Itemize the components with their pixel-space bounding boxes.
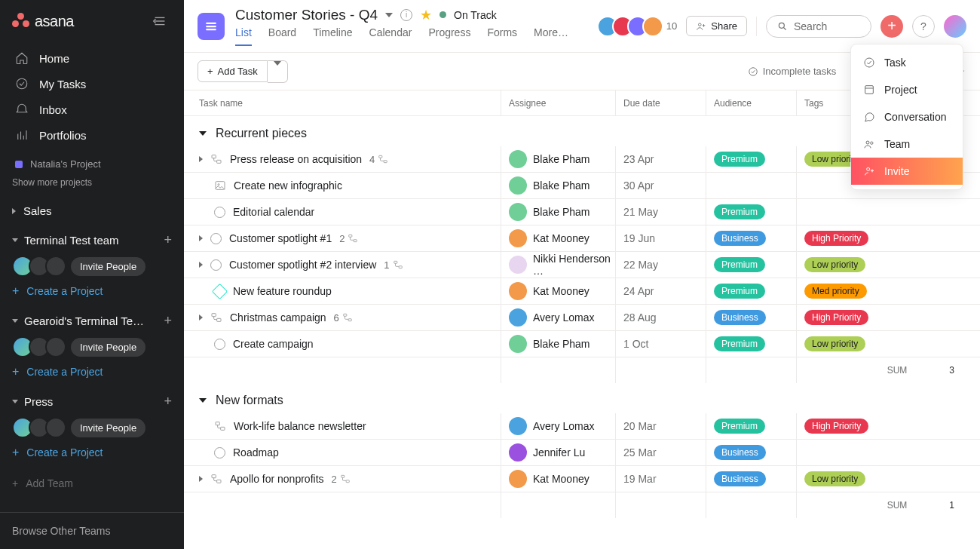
- audience-cell: Premium: [706, 146, 796, 172]
- tab-list[interactable]: List: [235, 26, 252, 46]
- task-name: Editorial calendar: [233, 206, 314, 218]
- collapse-sidebar-button[interactable]: [148, 9, 172, 33]
- nav-my-tasks[interactable]: My Tasks: [6, 71, 178, 97]
- tab-forms[interactable]: Forms: [487, 26, 517, 46]
- expand-icon[interactable]: [199, 235, 203, 241]
- expand-icon[interactable]: [199, 156, 203, 162]
- invite-people-button[interactable]: Invite People: [71, 257, 145, 276]
- task-row[interactable]: New feature roundup Kat Mooney 24 Apr Pr…: [184, 278, 980, 305]
- member-avatars[interactable]: 10: [597, 16, 677, 37]
- tab-board[interactable]: Board: [268, 26, 296, 46]
- svg-rect-34: [216, 422, 219, 425]
- team-add-icon[interactable]: +: [164, 232, 172, 248]
- task-name: Roadmap: [233, 446, 279, 459]
- svg-rect-28: [394, 261, 397, 263]
- team-add-icon[interactable]: +: [164, 313, 172, 329]
- task-row[interactable]: Christmas campaign6 Avery Lomax 28 Aug B…: [184, 305, 980, 331]
- sidebar-project-truncated[interactable]: Natalia's Project: [0, 154, 184, 174]
- assignee-name: Kat Mooney: [533, 473, 590, 485]
- assignee-name: Nikki Henderson …: [533, 253, 615, 277]
- svg-rect-23: [384, 161, 387, 163]
- svg-point-43: [866, 141, 869, 144]
- add-task-dropdown[interactable]: [268, 60, 288, 83]
- incomplete-tasks-filter[interactable]: Incomplete tasks: [748, 66, 837, 77]
- create-project-button[interactable]: +Create a Project: [12, 357, 172, 379]
- audience-cell: Business: [706, 466, 796, 492]
- svg-point-16: [749, 67, 757, 75]
- due-date: 24 Apr: [615, 278, 706, 304]
- nav-portfolios[interactable]: Portfolios: [6, 122, 178, 148]
- task-name: New feature roundup: [233, 285, 332, 297]
- invite-people-button[interactable]: Invite People: [71, 419, 145, 437]
- show-more-projects[interactable]: Show more projects: [0, 174, 184, 197]
- expand-icon[interactable]: [199, 314, 203, 321]
- star-icon[interactable]: ★: [420, 7, 432, 23]
- team-header[interactable]: Press: [12, 395, 53, 408]
- main: Customer Stories - Q4 i ★ On Track ListB…: [184, 0, 980, 549]
- add-menu-task[interactable]: Task: [851, 49, 963, 76]
- assignee-name: Kat Mooney: [533, 232, 590, 244]
- current-user-avatar[interactable]: [944, 15, 966, 38]
- section-toggle[interactable]: [199, 398, 207, 403]
- project-dropdown[interactable]: [385, 13, 393, 17]
- task-row[interactable]: Customer spotlight #2 interview1 Nikki H…: [184, 252, 980, 278]
- audience-cell: Business: [706, 305, 796, 330]
- tags-cell: [796, 199, 962, 225]
- invite-people-button[interactable]: Invite People: [71, 338, 145, 357]
- project-info-icon[interactable]: i: [400, 9, 412, 21]
- search-input[interactable]: Search: [766, 15, 871, 38]
- tab-timeline[interactable]: Timeline: [313, 26, 352, 46]
- task-name: Apollo for nonprofits: [230, 473, 324, 485]
- add-menu-conversation[interactable]: Conversation: [851, 103, 963, 130]
- svg-rect-8: [206, 22, 216, 23]
- task-row[interactable]: Apollo for nonprofits2 Kat Mooney 19 Mar…: [184, 466, 980, 492]
- expand-icon[interactable]: [199, 476, 203, 482]
- add-team-button[interactable]: +Add Team: [0, 467, 184, 500]
- assignee-avatar: [509, 256, 527, 274]
- audience-cell: Premium: [706, 252, 796, 278]
- logo[interactable]: asana: [12, 12, 74, 30]
- task-row[interactable]: Work-life balance newsletter Avery Lomax…: [184, 413, 980, 440]
- status-text[interactable]: On Track: [454, 9, 497, 21]
- svg-point-14: [779, 23, 784, 28]
- sidebar-sales[interactable]: Sales: [0, 197, 184, 225]
- help-button[interactable]: ?: [912, 15, 935, 38]
- due-date: 22 May: [615, 252, 706, 278]
- task-row[interactable]: Customer spotlight #12 Kat Mooney 19 Jun…: [184, 225, 980, 252]
- svg-point-3: [17, 78, 27, 89]
- add-menu-project[interactable]: Project: [851, 76, 963, 103]
- assignee-avatar: [509, 335, 527, 353]
- audience-cell: Business: [706, 440, 796, 465]
- expand-icon[interactable]: [199, 262, 203, 268]
- audience-cell: Premium: [706, 199, 796, 225]
- create-project-button[interactable]: +Create a Project: [12, 277, 172, 298]
- tab-more[interactable]: More…: [534, 26, 568, 46]
- share-button[interactable]: Share: [686, 16, 747, 36]
- create-project-button[interactable]: +Create a Project: [12, 438, 172, 459]
- section-toggle[interactable]: [199, 131, 207, 136]
- svg-rect-26: [349, 235, 352, 237]
- tab-calendar[interactable]: Calendar: [369, 26, 412, 46]
- tab-progress[interactable]: Progress: [428, 26, 470, 46]
- team-header[interactable]: Terminal Test team: [12, 234, 119, 247]
- task-row[interactable]: Editorial calendar Blake Pham 21 May Pre…: [184, 199, 980, 225]
- add-menu-invite[interactable]: Invite: [851, 158, 963, 185]
- add-task-button[interactable]: +Add Task: [198, 60, 268, 82]
- add-button[interactable]: +: [880, 15, 903, 38]
- svg-rect-21: [217, 160, 221, 163]
- nav-home[interactable]: Home: [6, 45, 178, 71]
- team-header[interactable]: Gearoid's Terminal Te…: [12, 314, 144, 327]
- tags-cell: High Priority: [796, 225, 962, 251]
- assignee-name: Kat Mooney: [533, 285, 590, 297]
- browse-other-teams[interactable]: Browse Other Teams: [0, 512, 184, 549]
- svg-rect-37: [217, 480, 221, 483]
- add-menu-team[interactable]: Team: [851, 130, 963, 158]
- search-icon: [777, 21, 788, 32]
- due-date: 28 Aug: [615, 305, 706, 330]
- due-date: 23 Apr: [615, 146, 706, 172]
- task-row[interactable]: Create campaign Blake Pham 1 Oct Premium…: [184, 331, 980, 357]
- team-add-icon[interactable]: +: [164, 394, 172, 409]
- task-row[interactable]: Roadmap Jennifer Lu 25 Mar Business: [184, 440, 980, 466]
- due-date: 19 Mar: [615, 466, 706, 492]
- nav-inbox[interactable]: Inbox: [6, 97, 178, 122]
